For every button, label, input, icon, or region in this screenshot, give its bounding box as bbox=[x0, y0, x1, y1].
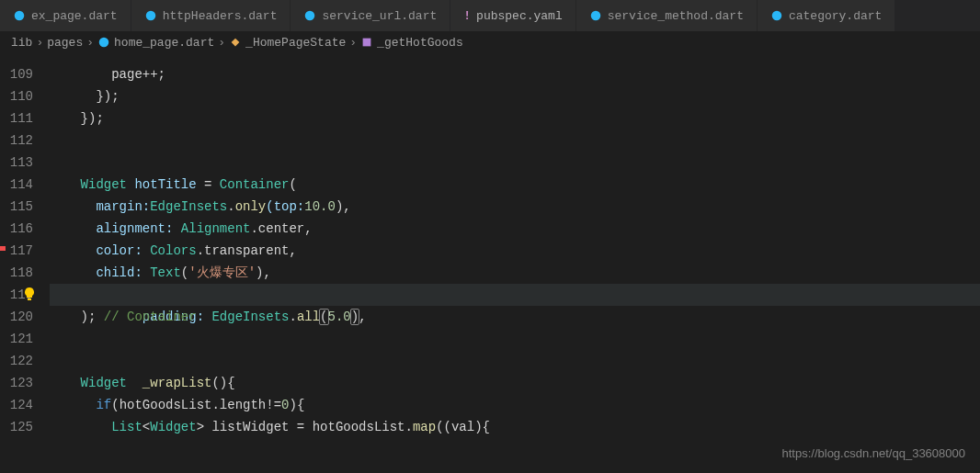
line-number: 122 bbox=[0, 350, 33, 372]
code-line bbox=[50, 328, 980, 350]
chevron-right-icon: › bbox=[218, 36, 225, 50]
code-line: color: Colors.transparent, bbox=[50, 240, 980, 262]
tab-pubspec[interactable]: ! pubspec.yaml bbox=[450, 0, 575, 31]
svg-point-3 bbox=[590, 11, 600, 21]
line-number: 116 bbox=[0, 218, 33, 240]
svg-point-4 bbox=[772, 11, 782, 21]
tab-label: httpHeaders.dart bbox=[163, 9, 278, 23]
line-number: 109 bbox=[0, 63, 33, 85]
svg-point-5 bbox=[99, 38, 109, 48]
line-number: 110 bbox=[0, 85, 33, 107]
dart-file-icon bbox=[13, 9, 26, 22]
yaml-file-icon: ! bbox=[463, 9, 471, 23]
dart-file-icon bbox=[589, 9, 602, 22]
line-number: 113 bbox=[0, 152, 33, 174]
breadcrumb-folder[interactable]: pages bbox=[47, 36, 83, 50]
line-number: 124 bbox=[0, 394, 33, 416]
line-number: 118 bbox=[0, 262, 33, 284]
code-line: if(hotGoodsList.length!=0){ bbox=[50, 394, 980, 416]
class-icon bbox=[229, 36, 242, 49]
svg-rect-6 bbox=[363, 39, 371, 47]
dart-file-icon bbox=[97, 36, 110, 49]
svg-rect-7 bbox=[28, 298, 31, 300]
method-icon bbox=[360, 36, 373, 49]
tab-label: pubspec.yaml bbox=[476, 9, 563, 23]
code-line bbox=[50, 130, 980, 152]
line-number: 120 bbox=[0, 306, 33, 328]
code-line: Widget _wrapList(){ bbox=[50, 372, 980, 394]
lightbulb-icon[interactable] bbox=[22, 287, 37, 301]
tab-category[interactable]: category.dart bbox=[758, 0, 895, 31]
line-number: 117 bbox=[0, 240, 33, 262]
chevron-right-icon: › bbox=[349, 36, 357, 50]
chevron-right-icon: › bbox=[36, 36, 43, 50]
code-line bbox=[50, 152, 980, 174]
line-number-gutter: 109 110 111 112 113 114 115 116 117 118 … bbox=[0, 52, 50, 438]
line-number: 112 bbox=[0, 130, 33, 152]
code-area[interactable]: page++; }); }); Widget hotTitle = Contai… bbox=[50, 52, 980, 438]
tab-label: category.dart bbox=[789, 9, 882, 23]
line-number: 111 bbox=[0, 107, 33, 130]
code-editor[interactable]: 109 110 111 112 113 114 115 116 117 118 … bbox=[0, 52, 980, 438]
code-line: alignment: Alignment.center, bbox=[50, 218, 980, 240]
dart-file-icon bbox=[770, 9, 783, 22]
tab-ex-page[interactable]: ex_page.dart bbox=[0, 0, 131, 31]
code-line: }); bbox=[50, 85, 980, 107]
breadcrumb-folder[interactable]: lib bbox=[11, 36, 32, 50]
line-number: 123 bbox=[0, 372, 33, 394]
svg-point-0 bbox=[15, 11, 25, 21]
error-marker bbox=[0, 246, 6, 251]
code-line: }); bbox=[50, 107, 980, 130]
line-number: 114 bbox=[0, 174, 33, 196]
breadcrumb-class[interactable]: _HomePageState bbox=[229, 36, 346, 50]
line-number: 125 bbox=[0, 416, 33, 438]
tab-httpheaders[interactable]: httpHeaders.dart bbox=[131, 0, 291, 31]
svg-point-2 bbox=[305, 11, 315, 21]
tab-label: service_url.dart bbox=[322, 9, 437, 23]
breadcrumb-method[interactable]: _getHotGoods bbox=[360, 36, 463, 50]
code-line bbox=[50, 350, 980, 372]
breadcrumb-file[interactable]: home_page.dart bbox=[97, 36, 214, 50]
code-line: page++; bbox=[50, 63, 980, 85]
tab-service-method[interactable]: service_method.dart bbox=[576, 0, 758, 31]
code-line: child: Text('火爆专区'), bbox=[50, 262, 980, 284]
editor-tabs: ex_page.dart httpHeaders.dart service_ur… bbox=[0, 0, 980, 32]
tab-label: service_method.dart bbox=[608, 9, 744, 23]
line-number: 121 bbox=[0, 328, 33, 350]
tab-service-url[interactable]: service_url.dart bbox=[291, 0, 450, 31]
svg-point-1 bbox=[145, 11, 155, 21]
code-line: ); // Container bbox=[50, 306, 980, 328]
breadcrumb[interactable]: lib › pages › home_page.dart › _HomePage… bbox=[0, 32, 980, 52]
tab-label: ex_page.dart bbox=[31, 9, 118, 23]
line-number: 115 bbox=[0, 196, 33, 218]
chevron-right-icon: › bbox=[86, 36, 94, 50]
dart-file-icon bbox=[144, 9, 157, 22]
dart-file-icon bbox=[303, 9, 316, 22]
code-line-current: padding: EdgeInsets.all(5.0), bbox=[50, 284, 980, 306]
code-line: List<Widget> listWidget = hotGoodsList.m… bbox=[50, 416, 980, 438]
watermark-text: https://blog.csdn.net/qq_33608000 bbox=[782, 446, 966, 460]
code-line: Widget hotTitle = Container( bbox=[50, 174, 980, 196]
code-line: margin:EdgeInsets.only(top:10.0), bbox=[50, 196, 980, 218]
